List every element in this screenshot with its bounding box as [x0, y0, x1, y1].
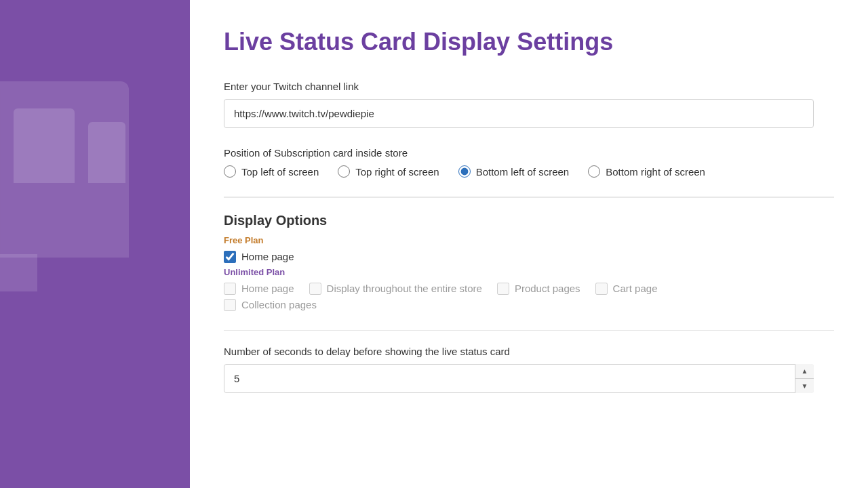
radio-bottom-right-input[interactable] [588, 165, 600, 178]
sidebar [0, 0, 190, 488]
divider-2 [224, 330, 834, 331]
delay-input-wrapper: ▲ ▼ [224, 364, 814, 393]
radio-top-left-input[interactable] [224, 165, 236, 178]
spinner-up-button[interactable]: ▲ [795, 364, 814, 379]
spinner-buttons: ▲ ▼ [795, 364, 814, 393]
divider-1 [224, 197, 834, 198]
checkbox-home-free-input[interactable] [224, 251, 236, 263]
checkbox-home-free[interactable]: Home page [224, 251, 294, 263]
radio-bottom-left-label: Bottom left of screen [476, 166, 570, 178]
unlimited-checkbox-group-row1: Home page Display throughout the entire … [224, 283, 834, 295]
checkbox-collection-pages-input[interactable] [224, 299, 236, 311]
checkbox-cart-page[interactable]: Cart page [595, 283, 658, 295]
unlimited-plan-label: Unlimited Plan [224, 267, 834, 277]
radio-bottom-right[interactable]: Bottom right of screen [588, 165, 705, 178]
radio-top-right-input[interactable] [338, 165, 350, 178]
checkbox-collection-pages[interactable]: Collection pages [224, 299, 317, 311]
display-options-section: Display Options Free Plan Home page Unli… [224, 213, 834, 311]
position-radio-group: Top left of screen Top right of screen B… [224, 165, 834, 178]
unlimited-checkbox-group-row2: Collection pages [224, 299, 834, 311]
radio-bottom-right-label: Bottom right of screen [606, 166, 705, 178]
checkbox-home-unlimited-input[interactable] [224, 283, 236, 295]
checkbox-cart-page-input[interactable] [595, 283, 608, 295]
checkbox-home-unlimited[interactable]: Home page [224, 283, 294, 295]
radio-top-left-label: Top left of screen [241, 166, 319, 178]
position-label: Position of Subscription card inside sto… [224, 147, 834, 159]
radio-bottom-left-input[interactable] [458, 165, 471, 178]
radio-top-right-label: Top right of screen [355, 166, 439, 178]
checkbox-product-pages[interactable]: Product pages [497, 283, 580, 295]
delay-label: Number of seconds to delay before showin… [224, 346, 834, 357]
checkbox-display-entire-input[interactable] [309, 283, 321, 295]
delay-section: Number of seconds to delay before showin… [224, 346, 834, 393]
twitch-channel-input[interactable] [224, 99, 814, 128]
free-checkbox-group: Home page [224, 251, 834, 263]
radio-bottom-left[interactable]: Bottom left of screen [458, 165, 570, 178]
radio-top-left[interactable]: Top left of screen [224, 165, 319, 178]
delay-input[interactable] [224, 364, 814, 393]
checkbox-home-free-label: Home page [241, 251, 294, 262]
free-plan-label: Free Plan [224, 235, 834, 245]
main-content: Live Status Card Display Settings Enter … [190, 0, 868, 488]
page-title: Live Status Card Display Settings [224, 27, 834, 56]
radio-top-right[interactable]: Top right of screen [338, 165, 439, 178]
position-section: Position of Subscription card inside sto… [224, 147, 834, 178]
twitch-channel-section: Enter your Twitch channel link [224, 81, 834, 128]
sidebar-deco-inner2 [88, 122, 125, 183]
checkbox-display-entire-label: Display throughout the entire store [327, 283, 482, 294]
checkbox-product-pages-label: Product pages [515, 283, 580, 294]
checkbox-home-unlimited-label: Home page [241, 283, 294, 294]
sidebar-deco-inner [14, 108, 75, 183]
checkbox-cart-page-label: Cart page [613, 283, 658, 294]
twitch-channel-label: Enter your Twitch channel link [224, 81, 834, 92]
checkbox-collection-pages-label: Collection pages [241, 299, 317, 310]
checkbox-product-pages-input[interactable] [497, 283, 509, 295]
display-options-title: Display Options [224, 213, 834, 228]
checkbox-display-entire[interactable]: Display throughout the entire store [309, 283, 482, 295]
spinner-down-button[interactable]: ▼ [795, 379, 814, 393]
